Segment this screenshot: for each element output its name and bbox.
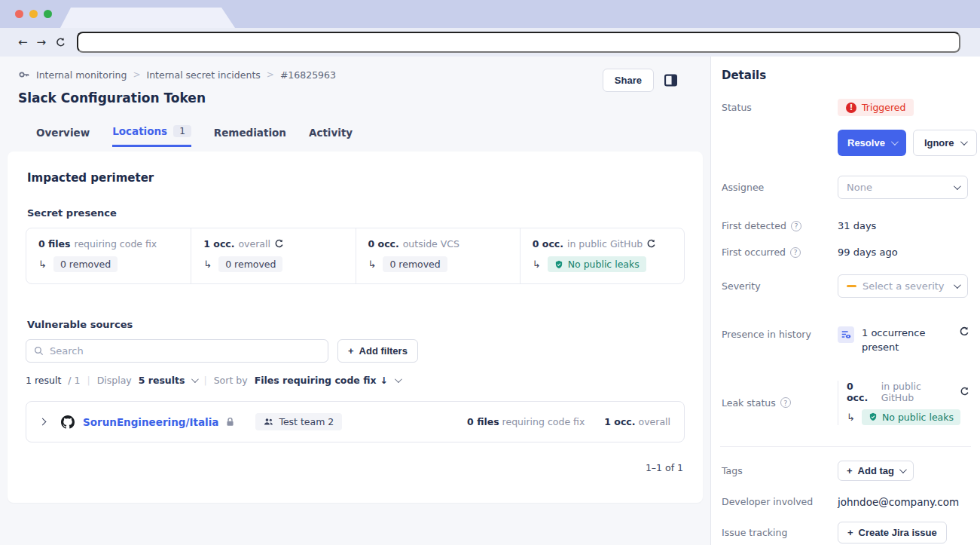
expand-row-icon[interactable] [39, 418, 47, 426]
chevron-down-icon[interactable] [395, 375, 402, 383]
stat-value: 1 occ. [203, 238, 234, 250]
browser-titlebar [0, 0, 980, 28]
ignore-button[interactable]: Ignore [913, 130, 977, 156]
first-detected-label: First detected [722, 220, 786, 231]
details-panel: Details Status ! Triggered Resolve Ignor… [711, 57, 980, 545]
no-public-leaks-label: No public leaks [882, 412, 954, 423]
tab-locations-count-badge: 1 [173, 125, 191, 137]
tab-overview[interactable]: Overview [36, 125, 90, 147]
result-count: 1 result [26, 375, 61, 386]
close-window-icon[interactable] [15, 10, 23, 18]
help-icon[interactable]: ? [790, 247, 801, 258]
severity-value: Select a severity [862, 280, 945, 292]
add-tag-label: Add tag [858, 465, 894, 476]
forward-icon[interactable]: → [37, 37, 47, 48]
no-public-leaks-badge: No public leaks [862, 409, 960, 425]
developer-involved-label: Developer involved [722, 496, 838, 507]
status-badge: ! Triggered [838, 99, 914, 116]
stat-value: 0 occ. [533, 238, 563, 250]
help-icon[interactable]: ? [780, 397, 791, 408]
sort-value[interactable]: Files requiring code fix [255, 375, 377, 386]
no-public-leaks-badge: No public leaks [548, 256, 646, 272]
details-title: Details [722, 69, 969, 82]
leak-occ-label: in public GitHub [881, 381, 956, 403]
tab-activity[interactable]: Activity [309, 125, 353, 147]
presence-in-history-label: Presence in history [722, 329, 838, 340]
browser-tab[interactable] [60, 8, 235, 28]
browser-toolbar: ← → [0, 28, 980, 57]
refresh-icon[interactable] [646, 239, 656, 249]
divider [720, 446, 971, 447]
add-filters-button[interactable]: + Add filters [337, 339, 418, 363]
minimize-window-icon[interactable] [29, 10, 38, 18]
removed-badge: 0 removed [218, 256, 282, 272]
shield-check-icon [869, 412, 878, 421]
refresh-icon[interactable] [959, 326, 969, 337]
tab-overview-label: Overview [36, 127, 90, 139]
team-name: Test team 2 [279, 416, 334, 427]
breadcrumb-internal-secret-incidents[interactable]: Internal secret incidents [146, 69, 260, 81]
first-occurred-label: First occurred [722, 246, 786, 258]
secret-presence-stats: 0 files requiring code fix ↳ 0 removed 1… [26, 228, 685, 284]
alert-icon: ! [846, 103, 856, 113]
leak-status-label: Leak status [722, 397, 776, 409]
add-filters-label: Add filters [359, 345, 408, 357]
help-icon[interactable]: ? [791, 221, 801, 231]
team-badge[interactable]: Test team 2 [255, 413, 342, 430]
add-tag-button[interactable]: + Add tag [838, 461, 914, 481]
return-arrow-icon: ↳ [533, 259, 541, 270]
breadcrumb: Internal monitoring > Internal secret in… [18, 69, 692, 81]
incident-tabs: Overview Locations 1 Remediation Activit… [36, 125, 692, 147]
chevron-down-icon [891, 138, 899, 145]
status-label: Status [722, 102, 838, 113]
display-value[interactable]: 5 results [139, 375, 185, 386]
stat-label: overall [238, 238, 270, 250]
results-bar: 1 result / 1 | Display 5 results | Sort … [26, 375, 685, 386]
row-occ-label: overall [639, 416, 670, 427]
return-arrow-icon: ↳ [847, 412, 855, 423]
chevron-down-icon[interactable] [191, 375, 199, 383]
share-button[interactable]: Share [603, 69, 654, 92]
secret-presence-title: Secret presence [27, 207, 691, 219]
issue-tracking-label: Issue tracking [722, 527, 838, 538]
display-label: Display [97, 375, 132, 386]
toggle-panel-icon[interactable] [664, 74, 677, 87]
source-row[interactable]: SorunEngineering/Italia Test team 2 0 fi… [26, 401, 685, 442]
maximize-window-icon[interactable] [44, 10, 52, 18]
stat-occ-overall: 1 occ. overall ↳ 0 removed [191, 228, 355, 283]
github-icon [61, 415, 75, 429]
row-files-label: requiring code fix [502, 416, 585, 427]
tab-activity-label: Activity [309, 127, 353, 139]
refresh-icon[interactable] [274, 239, 284, 249]
history-list-icon [838, 326, 854, 343]
repo-link[interactable]: SorunEngineering/Italia [83, 416, 218, 428]
tab-locations[interactable]: Locations 1 [112, 125, 191, 147]
leak-status-block: 0 occ. in public GitHub ↳ No public leak… [838, 381, 969, 425]
assignee-select[interactable]: None [838, 176, 968, 199]
impacted-perimeter-title: Impacted perimeter [27, 171, 691, 185]
severity-dash-icon [847, 285, 856, 287]
tab-remediation[interactable]: Remediation [214, 125, 286, 147]
developer-email: johndoe@company.com [838, 496, 959, 508]
create-jira-issue-label: Create Jira issue [859, 527, 937, 538]
return-arrow-icon: ↳ [203, 259, 212, 270]
row-occ-value: 1 occ. [604, 416, 635, 427]
main-content: Internal monitoring > Internal secret in… [0, 57, 711, 545]
severity-select[interactable]: Select a severity [838, 274, 968, 298]
refresh-icon[interactable] [960, 387, 969, 397]
search-input[interactable] [50, 345, 320, 357]
sort-direction-icon[interactable]: ↓ [380, 375, 388, 386]
team-icon [264, 418, 273, 426]
tags-label: Tags [722, 465, 838, 476]
resolve-button[interactable]: Resolve [838, 130, 906, 156]
reload-icon[interactable] [55, 37, 66, 48]
stat-files-requiring-fix: 0 files requiring code fix ↳ 0 removed [26, 228, 191, 283]
breadcrumb-internal-monitoring[interactable]: Internal monitoring [36, 69, 127, 81]
url-input[interactable] [77, 32, 960, 53]
chevron-down-icon [954, 182, 961, 190]
create-jira-issue-button[interactable]: + Create Jira issue [838, 522, 947, 543]
removed-badge: 0 removed [53, 256, 118, 272]
breadcrumb-separator-icon: > [133, 69, 140, 80]
ignore-label: Ignore [924, 137, 954, 148]
back-icon[interactable]: ← [18, 37, 28, 48]
